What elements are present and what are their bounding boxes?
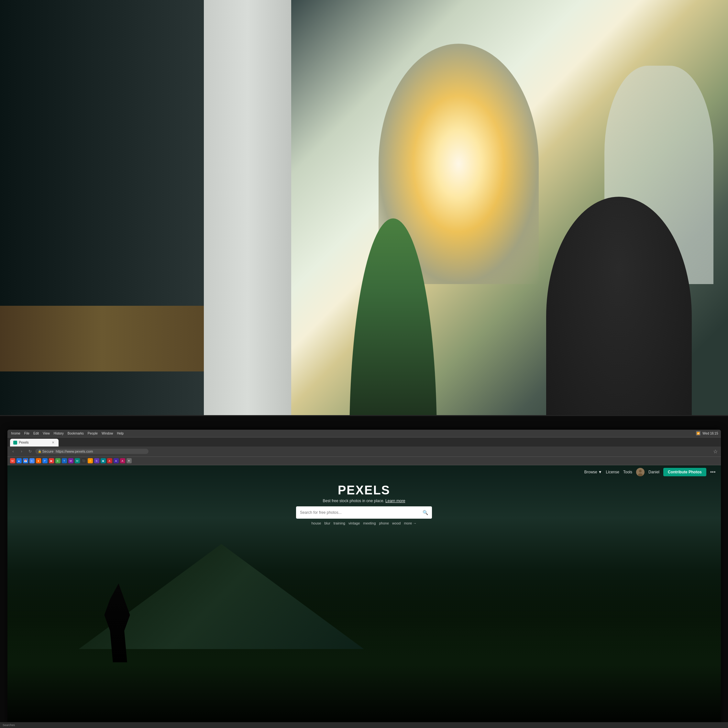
bg-desk	[0, 306, 204, 349]
bg-dark-section	[0, 0, 204, 349]
background-photo	[0, 0, 349, 349]
bg-column	[204, 0, 291, 349]
